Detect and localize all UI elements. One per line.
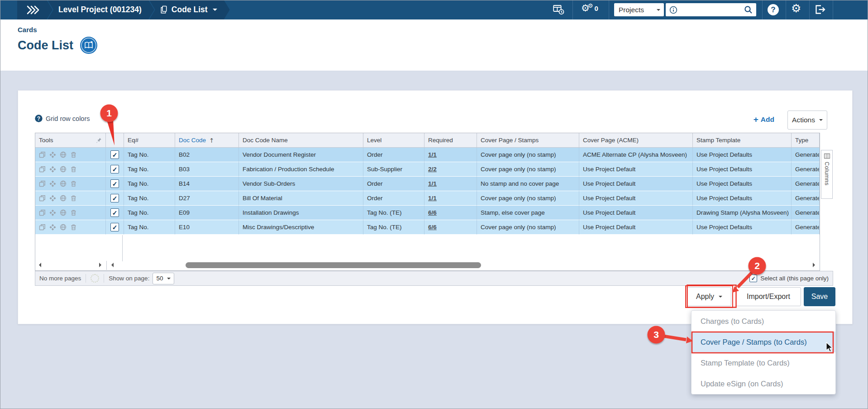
footer-divider bbox=[86, 274, 86, 283]
gears-icon-small: ⚙ bbox=[588, 3, 593, 9]
scrollbar-thumb[interactable] bbox=[186, 262, 481, 268]
column-header-doc-code[interactable]: Doc Code↑ bbox=[175, 133, 239, 148]
scroll-right-icon[interactable] bbox=[813, 263, 817, 267]
row-checkbox[interactable] bbox=[110, 179, 119, 188]
main-horizontal-scrollbar[interactable] bbox=[108, 261, 820, 270]
distribute-icon[interactable] bbox=[49, 195, 56, 202]
distribute-icon[interactable] bbox=[49, 151, 56, 158]
globe-icon[interactable] bbox=[60, 209, 67, 216]
column-header-doc-code-name[interactable]: Doc Code Name bbox=[239, 133, 363, 148]
scroll-left-icon[interactable] bbox=[37, 263, 41, 267]
import-export-button[interactable]: Import/Export bbox=[736, 287, 801, 306]
copy-card-icon[interactable] bbox=[39, 195, 46, 202]
row-checkbox[interactable] bbox=[110, 223, 119, 231]
pinned-columns-scrollbar[interactable] bbox=[35, 261, 106, 270]
topbar-divider bbox=[786, 0, 786, 19]
cell-cover-page-stamps: Stamp, else cover page bbox=[477, 206, 579, 220]
pinned-column-divider bbox=[122, 235, 123, 261]
apply-button[interactable]: Apply bbox=[687, 287, 731, 306]
apply-menu-item[interactable]: Update eSign (on Cards) bbox=[692, 373, 835, 394]
settings-button[interactable]: ⚙ bbox=[791, 3, 801, 14]
columns-panel-tab[interactable]: Columns bbox=[821, 150, 833, 199]
pin-columns-icon[interactable] bbox=[95, 137, 102, 144]
knowledge-book-icon[interactable] bbox=[80, 37, 97, 54]
apply-menu-item[interactable]: Charges (to Cards) bbox=[692, 311, 835, 332]
globe-icon[interactable] bbox=[60, 151, 67, 158]
search-icon[interactable] bbox=[744, 5, 753, 14]
required-count-link[interactable]: 1/1 bbox=[428, 151, 437, 158]
delete-icon[interactable] bbox=[70, 180, 77, 187]
copy-card-icon[interactable] bbox=[39, 180, 46, 187]
required-count-link[interactable]: 1/1 bbox=[428, 180, 437, 187]
select-all-checkbox[interactable] bbox=[749, 274, 757, 282]
distribute-icon[interactable] bbox=[49, 166, 56, 173]
distribute-icon[interactable] bbox=[49, 224, 56, 231]
page-size-select[interactable]: 50 bbox=[153, 273, 174, 284]
copy-card-icon[interactable] bbox=[39, 151, 46, 158]
breadcrumb-menu-chevrons[interactable] bbox=[17, 0, 52, 19]
scroll-left-icon[interactable] bbox=[109, 263, 114, 267]
row-checkbox[interactable] bbox=[110, 194, 119, 202]
chevron-down-icon bbox=[819, 119, 823, 123]
globe-icon[interactable] bbox=[60, 180, 67, 187]
grid-row-colors-label: Grid row colors bbox=[46, 115, 90, 122]
cell-tools bbox=[35, 206, 106, 220]
grid-row-colors-legend[interactable]: ? Grid row colors bbox=[35, 115, 90, 122]
copy-card-icon[interactable] bbox=[39, 224, 46, 231]
distribute-icon[interactable] bbox=[49, 209, 56, 216]
logout-button[interactable] bbox=[815, 5, 825, 14]
actions-button[interactable]: Actions bbox=[787, 111, 827, 130]
delete-icon[interactable] bbox=[70, 195, 77, 202]
footer-divider bbox=[104, 274, 104, 283]
cell-doc-code-name: Bill Of Material bbox=[239, 191, 363, 206]
column-header-level[interactable]: Level bbox=[363, 133, 424, 148]
required-count-link[interactable]: 6/6 bbox=[428, 209, 437, 216]
global-search-box[interactable] bbox=[666, 3, 756, 16]
column-header-type[interactable]: Type bbox=[792, 133, 820, 148]
column-header-eq[interactable]: Eq# bbox=[124, 133, 175, 148]
column-header-tools[interactable]: Tools bbox=[35, 133, 106, 148]
apply-label: Apply bbox=[696, 293, 714, 301]
cell-doc-code-name: Fabrication / Production Schedule bbox=[239, 162, 363, 177]
cell-stamp-template: Use Project Defaults bbox=[693, 177, 792, 191]
row-checkbox[interactable] bbox=[110, 165, 119, 173]
topbar-divider bbox=[572, 0, 573, 19]
delete-icon[interactable] bbox=[70, 151, 77, 158]
required-count-link[interactable]: 6/6 bbox=[428, 224, 437, 231]
cell-stamp-template: Use Project Defaults bbox=[693, 191, 792, 206]
delete-icon[interactable] bbox=[70, 166, 77, 173]
row-checkbox[interactable] bbox=[110, 208, 119, 217]
breadcrumb-item-code-list[interactable]: Code List bbox=[149, 0, 230, 19]
column-header-required[interactable]: Required bbox=[424, 133, 477, 148]
copy-card-icon[interactable] bbox=[39, 166, 46, 173]
globe-icon[interactable] bbox=[60, 166, 67, 173]
distribute-icon[interactable] bbox=[49, 180, 56, 187]
breadcrumb-item-project[interactable]: Level Project (001234) bbox=[48, 0, 154, 19]
apply-menu-item[interactable]: Cover Page / Stamps (to Cards) bbox=[692, 332, 835, 352]
topbar-divider bbox=[833, 0, 833, 19]
add-button[interactable]: + Add bbox=[754, 115, 774, 124]
required-count-link[interactable]: 1/1 bbox=[428, 195, 437, 202]
search-scope-select[interactable]: Projects bbox=[614, 3, 664, 16]
cell-stamp-template: Use Project Defaults bbox=[693, 148, 792, 162]
background-jobs-button[interactable]: ⚙ ⚙ 0 bbox=[581, 3, 598, 13]
delete-icon[interactable] bbox=[70, 209, 77, 216]
apply-menu-item[interactable]: Stamp Template (to Cards) bbox=[692, 352, 835, 373]
globe-icon[interactable] bbox=[60, 224, 67, 231]
scroll-right-icon[interactable] bbox=[99, 263, 104, 267]
delete-icon[interactable] bbox=[70, 224, 77, 231]
help-button[interactable]: ? bbox=[768, 4, 779, 15]
column-header-cover-page-acme[interactable]: Cover Page (ACME) bbox=[579, 133, 693, 148]
copy-card-icon[interactable] bbox=[39, 209, 46, 216]
cell-required: 1/1 bbox=[424, 177, 477, 191]
column-header-cover-page-stamps[interactable]: Cover Page / Stamps bbox=[477, 133, 579, 148]
save-button[interactable]: Save bbox=[804, 287, 835, 306]
column-header-stamp-template[interactable]: Stamp Template bbox=[693, 133, 792, 148]
row-checkbox[interactable] bbox=[110, 150, 119, 159]
globe-icon[interactable] bbox=[60, 195, 67, 202]
global-search-input[interactable] bbox=[680, 6, 741, 14]
cell-required: 6/6 bbox=[424, 206, 477, 220]
layout-schedule-button[interactable] bbox=[553, 5, 564, 15]
required-count-link[interactable]: 2/2 bbox=[428, 166, 437, 173]
cell-required: 1/1 bbox=[424, 148, 477, 162]
